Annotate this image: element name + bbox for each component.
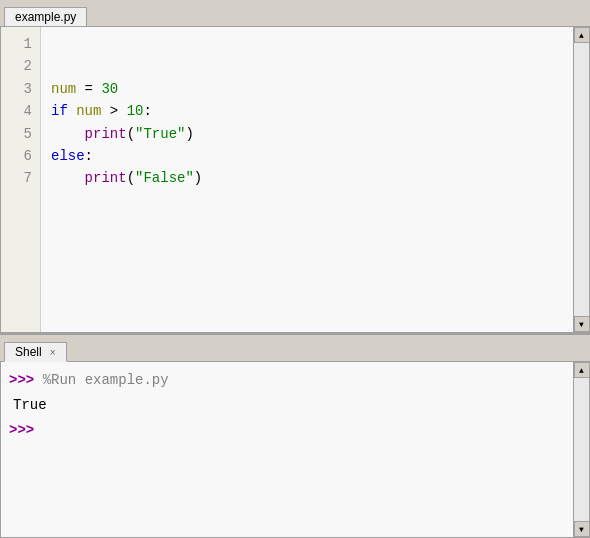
scroll-up-arrow[interactable]: ▲ [574, 27, 590, 43]
shell-line-run: >>> %Run example.py [9, 368, 565, 393]
shell-scrollbar[interactable]: ▲ ▼ [573, 362, 589, 537]
scroll-down-arrow[interactable]: ▼ [574, 316, 590, 332]
main-container: example.py 1 2 3 4 5 6 7 num = 30 if num… [0, 0, 590, 538]
editor-tab[interactable]: example.py [4, 7, 87, 27]
shell-scroll-track[interactable] [574, 378, 589, 521]
shell-pane: Shell × >>> %Run example.py True >>> ▲ [0, 335, 590, 538]
editor-pane: example.py 1 2 3 4 5 6 7 num = 30 if num… [0, 0, 590, 335]
shell-output: True [9, 397, 47, 413]
shell-output-line: True [9, 393, 565, 418]
shell-line-prompt2: >>> [9, 418, 565, 443]
editor-tab-label: example.py [15, 10, 76, 24]
shell-prompt1: >>> [9, 372, 34, 388]
shell-tab[interactable]: Shell × [4, 342, 67, 362]
shell-prompt2: >>> [9, 422, 34, 438]
shell-text-area[interactable]: >>> %Run example.py True >>> [1, 362, 573, 537]
shell-scroll-down-arrow[interactable]: ▼ [574, 521, 590, 537]
shell-tab-bar: Shell × [0, 335, 590, 361]
shell-run-command: %Run example.py [43, 372, 169, 388]
shell-scroll-up-arrow[interactable]: ▲ [574, 362, 590, 378]
shell-tab-close[interactable]: × [50, 347, 56, 358]
editor-scrollbar[interactable]: ▲ ▼ [573, 27, 589, 332]
shell-content: >>> %Run example.py True >>> ▲ ▼ [0, 361, 590, 538]
editor-content: 1 2 3 4 5 6 7 num = 30 if num > 10: prin… [0, 26, 590, 333]
editor-tab-bar: example.py [0, 0, 590, 26]
shell-tab-label: Shell [15, 345, 42, 359]
code-area[interactable]: num = 30 if num > 10: print("True") else… [41, 27, 573, 332]
scroll-track[interactable] [574, 43, 589, 316]
line-numbers: 1 2 3 4 5 6 7 [1, 27, 41, 332]
